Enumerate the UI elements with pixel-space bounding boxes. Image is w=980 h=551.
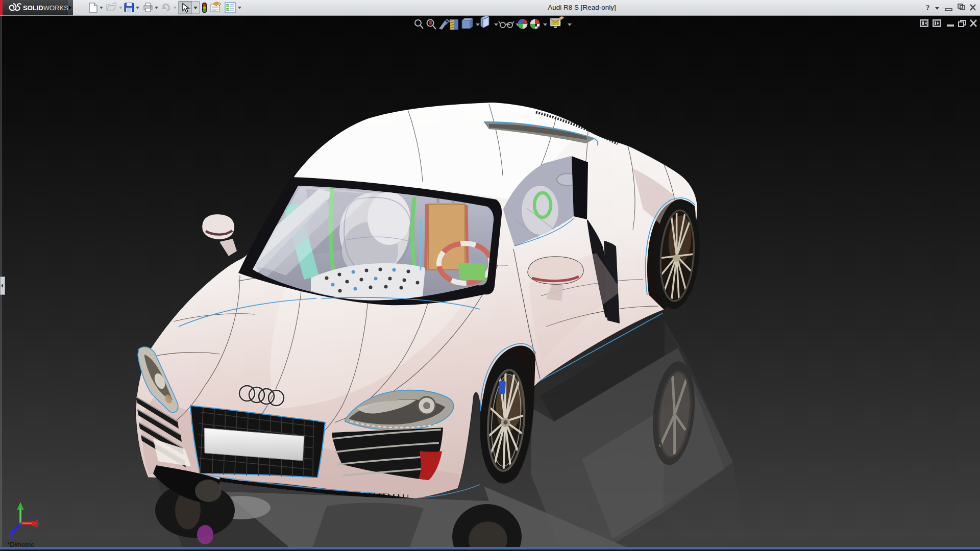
svg-text:?: ?: [926, 4, 930, 12]
svg-text:SOLIDWORKS: SOLIDWORKS: [23, 4, 68, 12]
